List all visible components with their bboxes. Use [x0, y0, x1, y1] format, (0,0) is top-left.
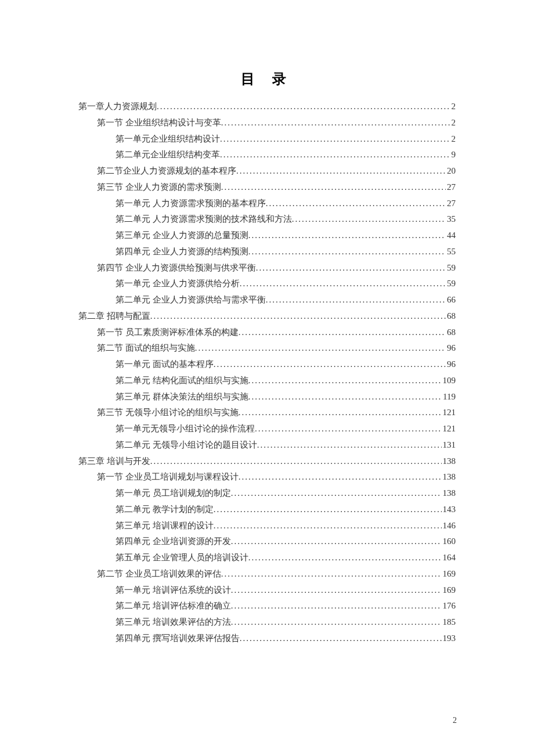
toc-entry: 第二章 招聘与配置68 — [78, 308, 456, 325]
toc-entry-text: 第三节 企业人力资源的需求预测 — [97, 179, 221, 196]
toc-entry-text: 第四单元 企业人力资源的结构预测 — [116, 244, 248, 260]
toc-entry-page: 169 — [442, 566, 456, 582]
toc-leader-dots — [255, 421, 442, 437]
toc-entry-text: 第三单元 企业人力资源的总量预测 — [116, 228, 248, 244]
toc-entry-text: 第四单元 企业培训资源的开发 — [116, 534, 231, 550]
toc-entry-page: 35 — [446, 211, 456, 228]
toc-leader-dots — [239, 469, 442, 485]
toc-leader-dots — [248, 228, 446, 244]
toc-entry-page: 96 — [446, 340, 456, 357]
toc-entry-page: 55 — [446, 244, 456, 260]
toc-entry: 第二单元 教学计划的制定143 — [78, 502, 456, 518]
toc-entry: 第四单元 企业培训资源的开发160 — [78, 534, 456, 550]
toc-leader-dots — [292, 211, 446, 228]
toc-entry: 第三单元 培训课程的设计146 — [78, 518, 456, 534]
toc-entry-text: 第二节企业人力资源规划的基本程序 — [97, 163, 236, 179]
toc-leader-dots — [220, 147, 450, 163]
toc-entry: 第二节 企业员工培训效果的评估169 — [78, 566, 456, 582]
toc-entry-page: 2 — [450, 131, 456, 147]
toc-entry-page: 143 — [442, 502, 456, 518]
toc-entry-page: 2 — [450, 115, 456, 131]
toc-entry: 第三单元 培训效果评估的方法185 — [78, 614, 456, 631]
toc-title: 目 录 — [78, 70, 456, 88]
toc-entry-text: 第一单元 人力资源需求预测的基本程序 — [116, 196, 266, 212]
toc-entry: 第一节 员工素质测评标准体系的构建68 — [78, 325, 456, 341]
toc-entry-text: 第一单元 企业人力资源供给分析 — [116, 276, 240, 292]
toc-entry-page: 20 — [446, 163, 456, 179]
toc-entry-text: 第二单元 企业人力资源供给与需求平衡 — [116, 292, 266, 308]
toc-entry-text: 第二节 面试的组织与实施 — [97, 340, 195, 357]
toc-entry-text: 第二单元 人力资源需求预测的技术路线和方法 — [116, 211, 292, 228]
toc-entry: 第一章人力资源规划2 — [78, 99, 456, 115]
toc-leader-dots — [214, 357, 446, 373]
page-number: 2 — [453, 716, 457, 725]
toc-entry-text: 第一节 企业员工培训规划与课程设计 — [97, 469, 239, 485]
toc-entry: 第二单元企业组织结构变革9 — [78, 147, 456, 163]
toc-entry: 第三章 培训与开发138 — [78, 453, 456, 470]
toc-entry: 第二单元 企业人力资源供给与需求平衡66 — [78, 292, 456, 308]
toc-leader-dots — [157, 99, 450, 115]
toc-container: 第一章人力资源规划2第一节 企业组织结构设计与变革2第一单元企业组织结构设计2第… — [78, 99, 456, 647]
toc-entry: 第四节 企业人力资源供给预测与供求平衡59 — [78, 260, 456, 276]
toc-entry-page: 66 — [446, 292, 456, 308]
toc-entry: 第四单元 企业人力资源的结构预测55 — [78, 244, 456, 260]
toc-leader-dots — [195, 340, 446, 357]
toc-entry: 第三单元 群体决策法的组织与实施119 — [78, 389, 456, 405]
toc-entry: 第一单元 面试的基本程序96 — [78, 357, 456, 373]
toc-entry-text: 第一单元 面试的基本程序 — [116, 357, 214, 373]
toc-entry: 第一单元无领导小组讨论的操作流程121 — [78, 421, 456, 437]
toc-leader-dots — [266, 196, 446, 212]
toc-entry-page: 68 — [446, 308, 456, 325]
toc-entry-page: 2 — [450, 99, 456, 115]
toc-leader-dots — [231, 614, 442, 631]
toc-entry: 第四单元 撰写培训效果评估报告193 — [78, 631, 456, 647]
toc-leader-dots — [257, 437, 442, 453]
toc-entry: 第一节 企业组织结构设计与变革2 — [78, 115, 456, 131]
toc-entry-text: 第一单元 培训评估系统的设计 — [116, 582, 231, 599]
toc-entry-page: 68 — [446, 325, 456, 341]
toc-leader-dots — [221, 179, 446, 196]
toc-entry-text: 第一章人力资源规划 — [78, 99, 157, 115]
toc-entry-page: 138 — [442, 453, 456, 470]
toc-entry-text: 第一节 企业组织结构设计与变革 — [97, 115, 221, 131]
toc-leader-dots — [220, 131, 450, 147]
toc-entry: 第五单元 企业管理人员的培训设计164 — [78, 550, 456, 566]
toc-entry: 第一单元 人力资源需求预测的基本程序27 — [78, 196, 456, 212]
toc-entry-text: 第二单元 培训评估标准的确立 — [116, 598, 231, 614]
toc-leader-dots — [231, 582, 442, 599]
toc-entry-text: 第五单元 企业管理人员的培训设计 — [116, 550, 248, 566]
toc-entry-page: 44 — [446, 228, 456, 244]
toc-leader-dots — [240, 276, 446, 292]
toc-leader-dots — [214, 502, 442, 518]
toc-leader-dots — [239, 325, 446, 341]
toc-entry-page: 59 — [446, 276, 456, 292]
toc-entry: 第二单元 无领导小组讨论的题目设计131 — [78, 437, 456, 453]
toc-entry-text: 第三单元 群体决策法的组织与实施 — [116, 389, 248, 405]
toc-leader-dots — [221, 115, 450, 131]
toc-leader-dots — [248, 550, 442, 566]
toc-entry-page: 59 — [446, 260, 456, 276]
toc-leader-dots — [231, 534, 442, 550]
toc-entry: 第一单元企业组织结构设计2 — [78, 131, 456, 147]
toc-leader-dots — [236, 163, 446, 179]
toc-leader-dots — [248, 389, 442, 405]
toc-entry: 第三节 企业人力资源的需求预测27 — [78, 179, 456, 196]
toc-entry: 第一单元 培训评估系统的设计169 — [78, 582, 456, 599]
toc-leader-dots — [266, 292, 446, 308]
toc-entry-page: 169 — [442, 582, 456, 599]
toc-entry-page: 193 — [442, 631, 456, 647]
toc-leader-dots — [256, 260, 446, 276]
toc-entry-page: 164 — [442, 550, 456, 566]
toc-leader-dots — [231, 485, 442, 502]
toc-entry-text: 第一单元企业组织结构设计 — [116, 131, 220, 147]
toc-leader-dots — [150, 308, 446, 325]
toc-entry-text: 第四节 企业人力资源供给预测与供求平衡 — [97, 260, 256, 276]
toc-entry-text: 第三节 无领导小组讨论的组织与实施 — [97, 405, 239, 421]
toc-entry-page: 138 — [442, 485, 456, 502]
toc-leader-dots — [240, 631, 442, 647]
toc-entry-text: 第二章 招聘与配置 — [78, 308, 150, 325]
toc-entry-text: 第三章 培训与开发 — [78, 453, 150, 470]
toc-entry-text: 第四单元 撰写培训效果评估报告 — [116, 631, 240, 647]
toc-entry-page: 121 — [442, 405, 456, 421]
toc-entry-text: 第一单元 员工培训规划的制定 — [116, 485, 231, 502]
